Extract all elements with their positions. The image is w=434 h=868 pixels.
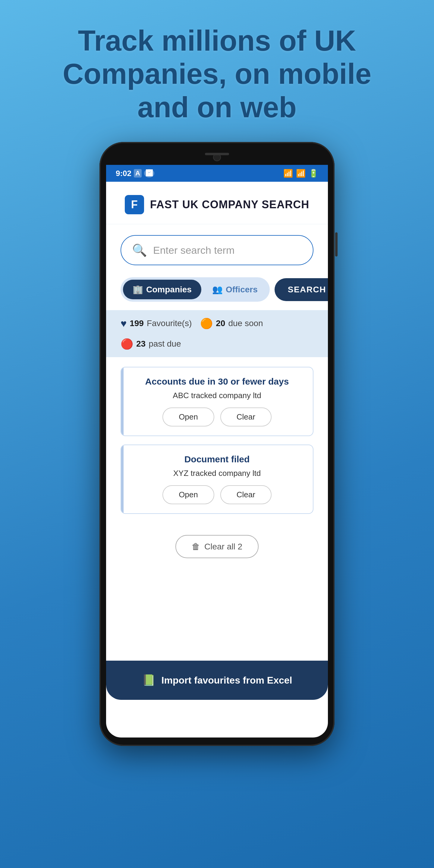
past-due-count: 23 (136, 339, 146, 349)
filter-section: 🏢 Companies 👥 Officers SEARCH (106, 271, 328, 310)
headline: Track millions of UK Companies, on mobil… (38, 24, 396, 124)
search-button[interactable]: SEARCH (275, 278, 328, 301)
tab-officers[interactable]: 👥 Officers (203, 280, 267, 299)
phone-screen: 9:02 A 🅿 📶 📶 🔋 F FAST UK COMPANY SEARCH … (106, 165, 328, 738)
phone-side-button (335, 232, 338, 256)
notification-company-1: XYZ tracked company ltd (130, 469, 304, 478)
app-logo: F (125, 195, 144, 214)
due-soon-label: due soon (228, 318, 263, 328)
officers-icon: 👥 (212, 284, 223, 294)
battery-icon: 🔋 (309, 169, 318, 178)
open-button-1[interactable]: Open (162, 485, 214, 504)
app-header: F FAST UK COMPANY SEARCH (106, 182, 328, 224)
import-text: Import favourites from Excel (161, 675, 292, 686)
phone-shell: 9:02 A 🅿 📶 📶 🔋 F FAST UK COMPANY SEARCH … (99, 142, 335, 746)
search-section: 🔍 Enter search term (106, 224, 328, 271)
excel-icon: 📗 (142, 674, 156, 687)
clock-orange-icon: 🟠 (200, 317, 213, 330)
open-button-0[interactable]: Open (162, 407, 214, 427)
notification-actions-0: Open Clear (130, 407, 304, 427)
companies-icon: 🏢 (133, 284, 143, 294)
status-a-icon: A (134, 169, 142, 178)
signal-icon: 📶 (296, 169, 306, 178)
past-due-label: past due (149, 339, 181, 349)
notification-title-1: Document filed (130, 454, 304, 464)
clear-button-0[interactable]: Clear (220, 407, 272, 427)
phone-notch-bar (106, 150, 328, 165)
heart-icon: ♥ (121, 318, 127, 330)
status-bar: 9:02 A 🅿 📶 📶 🔋 (106, 165, 328, 182)
notification-title-0: Accounts due in 30 or fewer days (130, 376, 304, 387)
status-p-icon: 🅿 (144, 169, 154, 178)
stat-favourites: ♥ 199 Favourite(s) (121, 318, 192, 330)
stat-due-soon: 🟠 20 due soon (200, 317, 263, 330)
status-time: 9:02 (116, 169, 131, 178)
favourites-label: Favourite(s) (147, 318, 192, 328)
app-title: FAST UK COMPANY SEARCH (150, 198, 310, 211)
stats-bar: ♥ 199 Favourite(s) 🟠 20 due soon 🔴 23 pa… (106, 310, 328, 357)
search-bar[interactable]: 🔍 Enter search term (121, 235, 313, 265)
tab-companies[interactable]: 🏢 Companies (123, 280, 201, 299)
notification-card-0: Accounts due in 30 or fewer days ABC tra… (121, 367, 313, 436)
favourites-count: 199 (130, 318, 144, 328)
notifications-section: Accounts due in 30 or fewer days ABC tra… (106, 357, 328, 532)
due-soon-count: 20 (216, 318, 225, 328)
search-icon: 🔍 (132, 243, 147, 257)
notification-company-0: ABC tracked company ltd (130, 391, 304, 400)
notification-card-1: Document filed XYZ tracked company ltd O… (121, 444, 313, 514)
notch-speaker (205, 153, 229, 155)
bottom-spacer (106, 570, 328, 661)
notification-actions-1: Open Clear (130, 485, 304, 504)
clear-all-button[interactable]: 🗑 Clear all 2 (176, 535, 258, 558)
clear-button-1[interactable]: Clear (220, 485, 272, 504)
trash-icon: 🗑 (192, 541, 200, 552)
import-bar[interactable]: 📗 Import favourites from Excel (106, 661, 328, 700)
clear-all-section: 🗑 Clear all 2 (106, 532, 328, 570)
stat-past-due: 🔴 23 past due (121, 338, 181, 350)
wifi-icon: 📶 (283, 169, 293, 178)
tab-group: 🏢 Companies 👥 Officers (121, 277, 270, 302)
clock-red-icon: 🔴 (121, 338, 133, 350)
search-input-placeholder[interactable]: Enter search term (153, 244, 302, 256)
